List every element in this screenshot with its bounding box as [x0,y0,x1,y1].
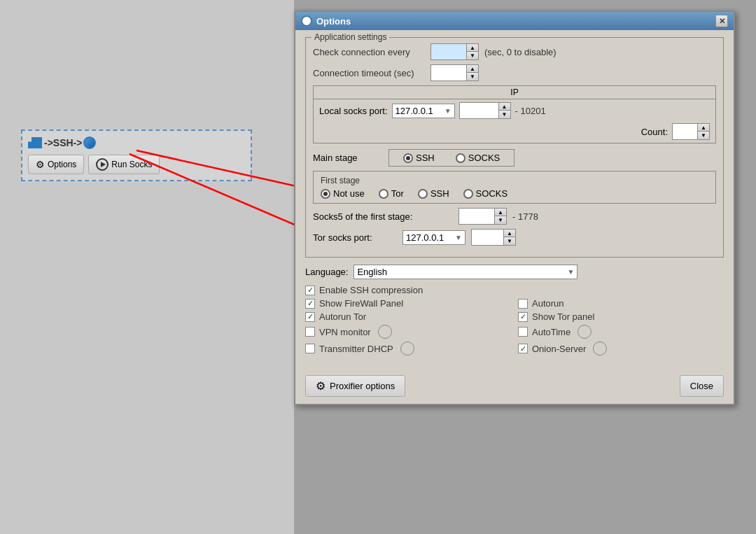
local-socks-ip: 127.0.0.1 [396,106,433,116]
tor-socks-port[interactable]: 9050 [472,230,503,245]
onion-server-checkbox[interactable]: ✓ [518,344,528,353]
show-tor-label: Show Tor panel [532,311,594,322]
show-tor-checkbox[interactable]: ✓ [518,312,528,322]
proxifier-btn-label: Proxifier options [330,381,395,391]
tor-socks-port-input[interactable]: 9050 ▲ ▼ [471,229,516,246]
run-btn-label: Run Socks [111,160,152,169]
first-stage-ssh-radio[interactable]: SSH [418,188,449,199]
tor-socks-row: Tor socks port: 127.0.0.1 ▼ 9050 ▲ ▼ [313,229,716,246]
vpn-monitor-row[interactable]: VPN monitor [305,325,511,339]
autorun-tor-checkbox[interactable]: ✓ [305,312,315,322]
socks5-label: Socks5 of the first stage: [313,211,453,222]
first-stage-ssh-label: SSH [430,188,449,199]
first-stage-notuse-inner [323,192,328,196]
main-stage-socks-radio-outer [456,153,465,163]
autotime-circle [578,325,592,339]
main-stage-socks-radio[interactable]: SOCKS [456,153,500,163]
socks5-port-down[interactable]: ▼ [495,216,506,224]
autotime-row[interactable]: AutoTime [518,325,724,339]
show-firewall-row[interactable]: ✓ Show FireWall Panel [305,298,511,309]
first-stage-socks-label: SOCKS [476,188,508,199]
autorun-tor-row[interactable]: ✓ Autorun Tor [305,311,511,322]
tor-socks-port-down[interactable]: ▼ [504,237,515,245]
autotime-checkbox[interactable] [518,327,528,337]
check-connection-spinners: ▲ ▼ [466,44,478,59]
local-socks-port-down[interactable]: ▼ [499,111,510,118]
options-button[interactable]: ⚙ Options [28,155,84,174]
dialog-close-button[interactable]: ✕ [715,15,728,27]
main-stage-ssh-radio[interactable]: SSH [403,153,435,163]
count-spinners: ▲ ▼ [697,124,709,139]
connection-timeout-spinners: ▲ ▼ [466,65,478,80]
checkboxes-section: ✓ Enable SSH compression ✓ Show FireWall… [305,285,724,356]
autorun-checkbox[interactable] [518,299,528,309]
transmitter-dhcp-label: Transmitter DHCP [319,344,393,354]
socks5-port-up[interactable]: ▲ [495,209,506,216]
count-input[interactable]: 1 ▲ ▼ [672,123,710,140]
dialog-body: Application settings Check connection ev… [295,30,734,371]
onion-server-row[interactable]: ✓ Onion-Server [518,342,724,356]
socks5-port[interactable]: 1777 [459,209,494,224]
first-stage-tor-radio[interactable]: Tor [379,188,404,199]
transmitter-dhcp-checkbox[interactable] [305,344,315,353]
dialog-icon [301,15,312,27]
autorun-label: Autorun [532,298,564,309]
enable-ssh-row[interactable]: ✓ Enable SSH compression [305,285,724,295]
show-tor-row[interactable]: ✓ Show Tor panel [518,311,724,322]
onion-server-label: Onion-Server [532,344,586,354]
check-connection-input[interactable]: 10 ▲ ▼ [430,43,479,60]
show-firewall-checkbox[interactable]: ✓ [305,299,315,309]
local-socks-port-input[interactable]: 10200 ▲ ▼ [459,102,511,119]
connection-timeout-input[interactable]: 20 ▲ ▼ [430,64,479,81]
enable-ssh-checkbox[interactable]: ✓ [305,286,315,295]
local-socks-ip-dropdown[interactable]: 127.0.0.1 ▼ [392,104,455,118]
socks5-port-input[interactable]: 1777 ▲ ▼ [458,208,507,225]
dropdown-arrow-icon: ▼ [444,107,451,115]
first-stage-label: First stage [321,176,708,185]
connection-timeout-down[interactable]: ▼ [467,73,478,80]
folder-icon [28,137,42,148]
local-socks-port-spinners: ▲ ▼ [498,103,510,118]
first-stage-socks-radio[interactable]: SOCKS [463,188,508,199]
socks5-port-spinners: ▲ ▼ [494,209,506,224]
first-stage-notuse-radio[interactable]: Not use [321,188,365,199]
language-dropdown-arrow-icon: ▼ [568,268,575,276]
proxifier-options-button[interactable]: ⚙ Proxifier options [305,375,405,397]
local-socks-port-up[interactable]: ▲ [499,103,510,111]
tor-socks-ip-dropdown[interactable]: 127.0.0.1 ▼ [402,230,465,245]
connection-timeout-up[interactable]: ▲ [467,65,478,73]
enable-ssh-label: Enable SSH compression [319,285,423,295]
app-settings-label: Application settings [312,32,389,42]
local-socks-port[interactable]: 10200 [460,103,498,118]
check-connection-value[interactable]: 10 [431,44,466,59]
dialog-titlebar: Options ✕ [295,12,734,30]
first-stage-notuse-label: Not use [333,188,365,199]
local-socks-label: Local socks port: [319,106,388,116]
vpn-monitor-checkbox[interactable] [305,327,315,337]
count-value[interactable]: 1 [673,124,697,139]
count-up[interactable]: ▲ [698,124,709,132]
dialog-title: Options [316,16,351,27]
connection-timeout-value[interactable]: 20 [431,65,466,80]
run-socks-button[interactable]: Run Socks [88,155,160,174]
transmitter-dhcp-row[interactable]: Transmitter DHCP [305,342,511,356]
socks5-row: Socks5 of the first stage: 1777 ▲ ▼ - 17… [313,208,716,225]
main-stage-ssh-radio-outer [403,153,413,163]
ssh-widget-title: ->SSH-> [28,136,245,149]
ip-header: IP [314,86,715,99]
tor-socks-port-up[interactable]: ▲ [504,230,515,237]
main-stage-label: Main stage [313,153,383,163]
check-connection-up[interactable]: ▲ [467,44,478,52]
dialog-title-area: Options [301,15,351,27]
autorun-row[interactable]: Autorun [518,298,724,309]
first-stage-box: First stage Not use Tor SSH [313,171,716,204]
options-btn-label: Options [48,160,76,169]
close-button[interactable]: Close [680,375,724,397]
main-stage-ssh-label: SSH [416,153,435,163]
check-connection-down[interactable]: ▼ [467,52,478,59]
count-down[interactable]: ▼ [698,132,709,139]
language-dropdown[interactable]: English ▼ [354,265,578,279]
count-row: Count: 1 ▲ ▼ [314,122,715,143]
first-stage-tor-label: Tor [391,188,404,199]
gear-icon-small: ⚙ [36,159,45,170]
